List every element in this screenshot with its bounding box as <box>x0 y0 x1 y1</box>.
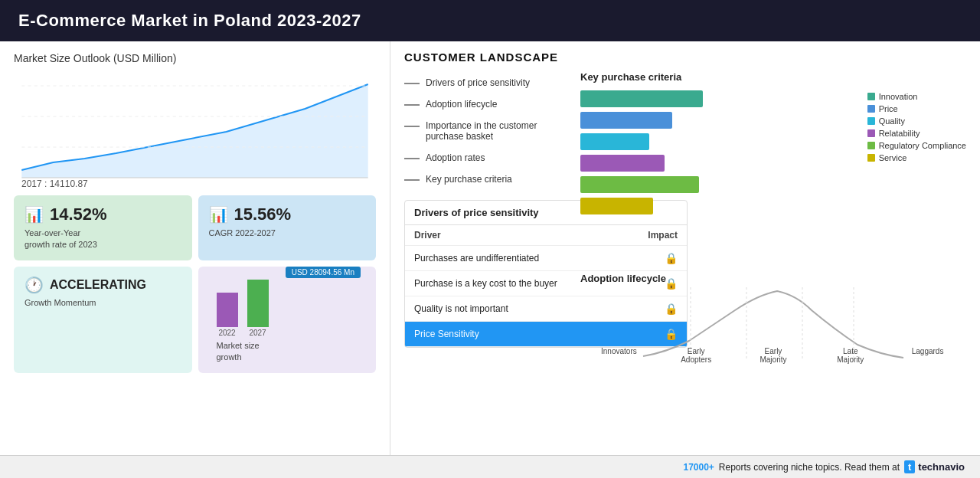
label-early-majority: EarlyMajority <box>750 347 796 364</box>
lifecycle-labels: Innovators EarlyAdopters EarlyMajority L… <box>580 347 966 364</box>
purchase-criteria-section: Key purchase criteria <box>580 71 966 267</box>
kpi-market-size-card: USD 28094.56 Mn 2022 2027 Market sizegro… <box>198 267 377 373</box>
bar-chart-icon: 📊 <box>24 205 44 224</box>
bullet-3 <box>404 126 420 127</box>
bullet-2 <box>404 104 420 106</box>
market-size-title: Market Size Outlook (USD Million) <box>14 52 376 64</box>
driver-col1: Driver <box>414 230 441 241</box>
kpi1-value: 14.52% <box>50 205 107 224</box>
legend-label-service: Service <box>879 153 907 162</box>
bar-quality <box>580 133 649 150</box>
technavio-logo: t technavio <box>904 460 965 473</box>
legend-dot-relatability <box>867 129 875 137</box>
driver-2-label: Purchase is a key cost to the buyer <box>414 278 557 289</box>
kpi-accelerating-card: 🕐 ACCELERATING Growth Momentum <box>14 267 192 373</box>
kpi2-top: 📊 15.56% <box>209 205 366 224</box>
kpi3-top: 🕐 ACCELERATING <box>24 276 181 294</box>
bar-relatability <box>580 155 665 172</box>
legend-service: Service <box>867 153 966 162</box>
list-item-3: Importance in the customer purchase bask… <box>404 117 573 145</box>
page-title: E-Commerce Market in Poland 2023-2027 <box>18 11 361 30</box>
right-charts: Key purchase criteria <box>580 71 966 467</box>
bar-2027: 2027 <box>247 280 269 337</box>
kpi4-label: Market sizegrowth <box>209 340 366 364</box>
bar-row-relatability <box>580 155 857 172</box>
bar-service <box>580 198 653 214</box>
criteria-legend: Innovation Price Quality <box>867 90 966 267</box>
bar-price <box>580 112 672 129</box>
list-item-1: Drivers of price sensitivity <box>404 74 573 91</box>
label-early-adopters: EarlyAdopters <box>673 347 719 364</box>
year-label: 2017 : 14110.87 <box>21 178 88 189</box>
list-item-1-label: Drivers of price sensitivity <box>426 77 530 88</box>
right-panel: CUSTOMER LANDSCAPE Drivers of price sens… <box>390 41 980 476</box>
legend-regulatory: Regulatory Compliance <box>867 141 966 150</box>
kpi-cagr-card: 📊 15.56% CAGR 2022-2027 <box>198 195 377 260</box>
legend-dot-quality <box>867 117 875 125</box>
adoption-lifecycle-section: Adoption lifecycle Innovators <box>580 273 966 468</box>
bullet-1 <box>404 83 420 84</box>
main-content: Market Size Outlook (USD Million) 2017 :… <box>0 41 980 476</box>
kpi1-label: Year-over-Yeargrowth rate of 2023 <box>24 228 181 251</box>
list-item-4-label: Adoption rates <box>426 152 485 163</box>
kpi3-title: ACCELERATING <box>50 278 146 292</box>
lifecycle-chart: Innovators EarlyAdopters EarlyMajority L… <box>580 287 966 364</box>
legend-label-innovation: Innovation <box>879 92 918 101</box>
left-panel: Market Size Outlook (USD Million) 2017 :… <box>0 41 390 476</box>
bar-2027-label: 2027 <box>249 329 266 337</box>
legend-dot-service <box>867 154 875 162</box>
legend-price: Price <box>867 104 966 113</box>
legend-quality: Quality <box>867 116 966 126</box>
sparkline-chart-area: 2017 : 14110.87 <box>14 70 376 189</box>
list-item-4: Adoption rates <box>404 149 573 166</box>
legend-dot-innovation <box>867 93 875 100</box>
bullet-5 <box>404 179 420 181</box>
footer-text: Reports covering niche topics. Read them… <box>719 462 900 473</box>
technavio-t: t <box>904 460 915 473</box>
speedometer-icon: 🕐 <box>24 276 44 294</box>
legend-label-regulatory: Regulatory Compliance <box>879 141 966 150</box>
customer-list: Drivers of price sensitivity Adoption li… <box>404 71 573 467</box>
label-innovators: Innovators <box>596 347 642 364</box>
bar-row-quality <box>580 133 857 150</box>
bullet-4 <box>404 158 420 159</box>
bar-chart-icon-2: 📊 <box>209 205 228 224</box>
list-item-2: Adoption lifecycle <box>404 96 573 113</box>
kpi2-value: 15.56% <box>234 205 292 224</box>
legend-label-quality: Quality <box>879 116 905 126</box>
bar-row-service <box>580 198 857 214</box>
mini-bar-chart: 2022 2027 <box>209 276 366 337</box>
customer-content: Drivers of price sensitivity Adoption li… <box>404 71 966 467</box>
technavio-brand: technavio <box>918 461 965 473</box>
driver-3-label: Quality is not important <box>414 303 508 314</box>
bar-innovation <box>580 90 703 107</box>
legend-label-price: Price <box>879 104 898 113</box>
footer: 17000+ Reports covering niche topics. Re… <box>0 455 980 478</box>
kpi-grid: 📊 14.52% Year-over-Yeargrowth rate of 20… <box>14 195 376 373</box>
customer-landscape-title: CUSTOMER LANDSCAPE <box>404 51 966 64</box>
svg-marker-0 <box>21 84 368 178</box>
adoption-title: Adoption lifecycle <box>580 273 966 284</box>
price-sensitivity-label: Price Sensitivity <box>414 329 479 339</box>
bar-row-price <box>580 112 857 129</box>
legend-innovation: Innovation <box>867 92 966 101</box>
criteria-title: Key purchase criteria <box>580 71 966 83</box>
legend-dot-price <box>867 105 875 113</box>
label-late-majority: LateMajority <box>828 347 874 364</box>
page-header: E-Commerce Market in Poland 2023-2027 <box>0 0 980 41</box>
label-laggards: Laggards <box>905 347 951 364</box>
bar-row-regulatory <box>580 176 857 193</box>
sparkline-svg <box>14 70 376 185</box>
legend-relatability: Relatability <box>867 129 966 138</box>
legend-dot-regulatory <box>867 142 875 149</box>
bar-regulatory <box>580 176 699 193</box>
kpi3-subtitle: Growth Momentum <box>24 297 181 309</box>
kpi2-label: CAGR 2022-2027 <box>209 228 366 239</box>
legend-label-relatability: Relatability <box>879 129 920 138</box>
list-item-2-label: Adoption lifecycle <box>426 99 497 110</box>
bar-2022: 2022 <box>217 293 238 337</box>
list-item-3-label: Importance in the customer purchase bask… <box>426 120 573 142</box>
bars-container <box>580 90 857 267</box>
criteria-bar-chart: Innovation Price Quality <box>580 90 966 267</box>
driver-1-label: Purchases are undifferentiated <box>414 253 539 264</box>
